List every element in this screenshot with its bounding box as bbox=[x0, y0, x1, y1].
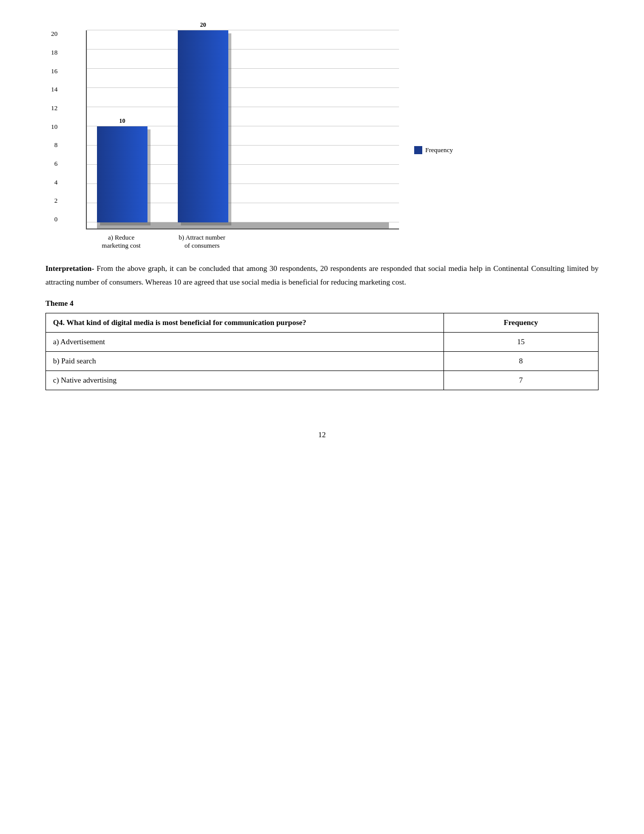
table-row: a) Advertisement 15 bbox=[46, 333, 599, 352]
y-label-16: 16 bbox=[39, 68, 58, 74]
y-label-8: 8 bbox=[39, 142, 58, 148]
table-header-frequency: Frequency bbox=[443, 313, 598, 333]
legend-label: Frequency bbox=[425, 146, 453, 154]
x-label-1: a) Reduce marketing cost bbox=[96, 234, 146, 250]
y-label-4: 4 bbox=[39, 179, 58, 186]
y-axis-labels: 0 2 4 6 8 10 12 14 16 18 20 bbox=[39, 30, 58, 222]
chart-section: 0 2 4 6 8 10 12 14 16 18 20 bbox=[45, 30, 599, 250]
interpretation-label: Interpretation- bbox=[45, 264, 94, 272]
table-header-row: Q4. What kind of digital media is most b… bbox=[46, 313, 599, 333]
legend-color-box bbox=[414, 146, 422, 154]
bars-container: 10 20 bbox=[87, 30, 399, 222]
interpretation-section: Interpretation- From the above graph, it… bbox=[45, 262, 599, 289]
table-header-question: Q4. What kind of digital media is most b… bbox=[46, 313, 444, 333]
chart-legend: Frequency bbox=[414, 146, 453, 154]
bar-2 bbox=[178, 30, 228, 222]
x-axis-labels: a) Reduce marketing cost b) Attract numb… bbox=[86, 229, 399, 250]
y-label-14: 14 bbox=[39, 86, 58, 92]
y-label-2: 2 bbox=[39, 197, 58, 204]
table-cell-freq-1: 15 bbox=[443, 333, 598, 352]
theme-heading: Theme 4 bbox=[45, 299, 599, 308]
table-row: c) Native advertising 7 bbox=[46, 371, 599, 390]
y-label-10: 10 bbox=[39, 123, 58, 130]
data-table: Q4. What kind of digital media is most b… bbox=[45, 313, 599, 390]
table-cell-option-2: b) Paid search bbox=[46, 352, 444, 371]
y-label-0: 0 bbox=[39, 216, 58, 222]
ground-shadow bbox=[97, 222, 389, 228]
table-body: a) Advertisement 15 b) Paid search 8 c) … bbox=[46, 333, 599, 390]
interpretation-text: From the above graph, it can be conclude… bbox=[45, 264, 599, 286]
bar-1 bbox=[97, 126, 147, 222]
bar-value-label-1: 10 bbox=[119, 117, 125, 125]
y-label-20: 20 bbox=[39, 30, 58, 37]
page-number: 12 bbox=[45, 431, 599, 439]
y-label-12: 12 bbox=[39, 105, 58, 111]
bar-group-2: 20 bbox=[178, 21, 228, 222]
table-row: b) Paid search 8 bbox=[46, 352, 599, 371]
x-label-2: b) Attract number of consumers bbox=[177, 234, 227, 250]
table-cell-freq-3: 7 bbox=[443, 371, 598, 390]
table-cell-option-1: a) Advertisement bbox=[46, 333, 444, 352]
bar-value-label-2: 20 bbox=[200, 21, 206, 29]
y-label-18: 18 bbox=[39, 49, 58, 56]
table-cell-freq-2: 8 bbox=[443, 352, 598, 371]
bar-group-1: 10 bbox=[97, 117, 147, 222]
chart-area: 10 20 bbox=[86, 30, 399, 229]
y-label-6: 6 bbox=[39, 160, 58, 167]
table-cell-option-3: c) Native advertising bbox=[46, 371, 444, 390]
legend-item-frequency: Frequency bbox=[414, 146, 453, 154]
